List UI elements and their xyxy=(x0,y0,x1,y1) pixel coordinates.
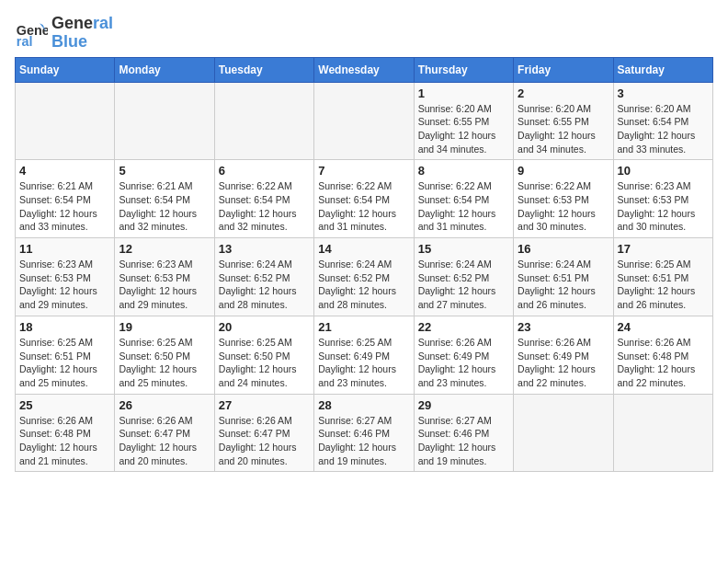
calendar-cell: 10Sunrise: 6:23 AM Sunset: 6:53 PM Dayli… xyxy=(613,160,712,238)
day-info: Sunrise: 6:20 AM Sunset: 6:55 PM Dayligh… xyxy=(418,102,509,156)
day-info: Sunrise: 6:20 AM Sunset: 6:54 PM Dayligh… xyxy=(618,102,709,156)
day-info: Sunrise: 6:26 AM Sunset: 6:48 PM Dayligh… xyxy=(618,336,709,390)
calendar-cell: 16Sunrise: 6:24 AM Sunset: 6:51 PM Dayli… xyxy=(514,238,613,316)
page-header: Gene ral General Blue xyxy=(15,15,713,52)
day-number: 6 xyxy=(219,164,310,178)
day-info: Sunrise: 6:25 AM Sunset: 6:51 PM Dayligh… xyxy=(618,258,709,312)
calendar-cell xyxy=(16,82,115,160)
calendar-cell: 26Sunrise: 6:26 AM Sunset: 6:47 PM Dayli… xyxy=(115,394,214,472)
calendar-cell: 13Sunrise: 6:24 AM Sunset: 6:52 PM Dayli… xyxy=(214,238,313,316)
day-info: Sunrise: 6:27 AM Sunset: 6:46 PM Dayligh… xyxy=(318,414,409,468)
calendar-cell xyxy=(314,82,414,160)
day-info: Sunrise: 6:24 AM Sunset: 6:51 PM Dayligh… xyxy=(518,258,609,312)
day-info: Sunrise: 6:24 AM Sunset: 6:52 PM Dayligh… xyxy=(219,258,310,312)
day-info: Sunrise: 6:22 AM Sunset: 6:53 PM Dayligh… xyxy=(518,179,609,234)
calendar-cell: 2Sunrise: 6:20 AM Sunset: 6:55 PM Daylig… xyxy=(514,82,613,160)
day-number: 21 xyxy=(318,320,409,334)
calendar-cell: 20Sunrise: 6:25 AM Sunset: 6:50 PM Dayli… xyxy=(214,316,313,394)
days-of-week-row: SundayMondayTuesdayWednesdayThursdayFrid… xyxy=(16,57,713,82)
day-number: 24 xyxy=(618,320,709,334)
calendar-cell: 7Sunrise: 6:22 AM Sunset: 6:54 PM Daylig… xyxy=(314,160,414,238)
day-info: Sunrise: 6:21 AM Sunset: 6:54 PM Dayligh… xyxy=(19,179,110,234)
calendar-cell xyxy=(115,82,214,160)
calendar-cell xyxy=(514,394,613,472)
day-number: 12 xyxy=(119,242,210,256)
day-number: 5 xyxy=(119,164,210,178)
day-number: 17 xyxy=(618,242,709,256)
day-info: Sunrise: 6:25 AM Sunset: 6:49 PM Dayligh… xyxy=(318,336,409,390)
calendar-cell: 28Sunrise: 6:27 AM Sunset: 6:46 PM Dayli… xyxy=(314,394,414,472)
day-info: Sunrise: 6:25 AM Sunset: 6:50 PM Dayligh… xyxy=(119,336,210,390)
logo: Gene ral General Blue xyxy=(15,15,113,52)
day-info: Sunrise: 6:25 AM Sunset: 6:50 PM Dayligh… xyxy=(219,336,310,390)
day-info: Sunrise: 6:25 AM Sunset: 6:51 PM Dayligh… xyxy=(19,336,110,390)
day-of-week-header: Friday xyxy=(514,57,613,82)
day-number: 29 xyxy=(418,398,509,412)
day-number: 23 xyxy=(518,320,609,334)
day-of-week-header: Thursday xyxy=(414,57,513,82)
calendar-cell: 15Sunrise: 6:24 AM Sunset: 6:52 PM Dayli… xyxy=(414,238,513,316)
day-number: 27 xyxy=(219,398,310,412)
day-info: Sunrise: 6:26 AM Sunset: 6:49 PM Dayligh… xyxy=(518,336,609,390)
day-info: Sunrise: 6:23 AM Sunset: 6:53 PM Dayligh… xyxy=(19,258,110,312)
calendar-cell: 25Sunrise: 6:26 AM Sunset: 6:48 PM Dayli… xyxy=(16,394,115,472)
day-info: Sunrise: 6:21 AM Sunset: 6:54 PM Dayligh… xyxy=(119,179,210,234)
calendar-cell: 29Sunrise: 6:27 AM Sunset: 6:46 PM Dayli… xyxy=(414,394,513,472)
day-number: 8 xyxy=(418,164,509,178)
day-number: 14 xyxy=(318,242,409,256)
calendar-cell: 5Sunrise: 6:21 AM Sunset: 6:54 PM Daylig… xyxy=(115,160,214,238)
day-info: Sunrise: 6:26 AM Sunset: 6:49 PM Dayligh… xyxy=(418,336,509,390)
calendar-cell: 6Sunrise: 6:22 AM Sunset: 6:54 PM Daylig… xyxy=(214,160,313,238)
calendar-cell: 18Sunrise: 6:25 AM Sunset: 6:51 PM Dayli… xyxy=(16,316,115,394)
calendar-week-row: 18Sunrise: 6:25 AM Sunset: 6:51 PM Dayli… xyxy=(16,316,713,394)
logo-blue-text: ral xyxy=(93,14,113,32)
day-of-week-header: Saturday xyxy=(613,57,712,82)
day-info: Sunrise: 6:22 AM Sunset: 6:54 PM Dayligh… xyxy=(219,179,310,234)
day-number: 26 xyxy=(119,398,210,412)
day-number: 20 xyxy=(219,320,310,334)
day-number: 4 xyxy=(19,164,110,178)
day-info: Sunrise: 6:26 AM Sunset: 6:47 PM Dayligh… xyxy=(119,414,210,468)
calendar-cell: 11Sunrise: 6:23 AM Sunset: 6:53 PM Dayli… xyxy=(16,238,115,316)
day-info: Sunrise: 6:22 AM Sunset: 6:54 PM Dayligh… xyxy=(418,179,509,234)
day-info: Sunrise: 6:26 AM Sunset: 6:47 PM Dayligh… xyxy=(219,414,310,468)
day-number: 22 xyxy=(418,320,509,334)
day-of-week-header: Wednesday xyxy=(314,57,414,82)
day-info: Sunrise: 6:23 AM Sunset: 6:53 PM Dayligh… xyxy=(119,258,210,312)
svg-text:ral: ral xyxy=(17,34,33,49)
day-info: Sunrise: 6:24 AM Sunset: 6:52 PM Dayligh… xyxy=(418,258,509,312)
calendar-cell: 17Sunrise: 6:25 AM Sunset: 6:51 PM Dayli… xyxy=(613,238,712,316)
calendar-cell: 8Sunrise: 6:22 AM Sunset: 6:54 PM Daylig… xyxy=(414,160,513,238)
calendar-cell: 9Sunrise: 6:22 AM Sunset: 6:53 PM Daylig… xyxy=(514,160,613,238)
calendar-cell: 14Sunrise: 6:24 AM Sunset: 6:52 PM Dayli… xyxy=(314,238,414,316)
logo-text: General Blue xyxy=(51,15,113,52)
day-number: 19 xyxy=(119,320,210,334)
calendar-cell: 24Sunrise: 6:26 AM Sunset: 6:48 PM Dayli… xyxy=(613,316,712,394)
day-number: 16 xyxy=(518,242,609,256)
day-info: Sunrise: 6:20 AM Sunset: 6:55 PM Dayligh… xyxy=(518,102,609,156)
calendar-cell xyxy=(214,82,313,160)
calendar-week-row: 1Sunrise: 6:20 AM Sunset: 6:55 PM Daylig… xyxy=(16,82,713,160)
day-number: 10 xyxy=(618,164,709,178)
calendar-week-row: 11Sunrise: 6:23 AM Sunset: 6:53 PM Dayli… xyxy=(16,238,713,316)
day-number: 9 xyxy=(518,164,609,178)
logo-blue-word: Blue xyxy=(51,32,87,51)
day-number: 2 xyxy=(518,86,609,100)
calendar-cell xyxy=(613,394,712,472)
day-info: Sunrise: 6:24 AM Sunset: 6:52 PM Dayligh… xyxy=(318,258,409,312)
day-number: 3 xyxy=(618,86,709,100)
day-info: Sunrise: 6:26 AM Sunset: 6:48 PM Dayligh… xyxy=(19,414,110,468)
day-of-week-header: Tuesday xyxy=(214,57,313,82)
day-info: Sunrise: 6:22 AM Sunset: 6:54 PM Dayligh… xyxy=(318,179,409,234)
day-number: 28 xyxy=(318,398,409,412)
day-number: 13 xyxy=(219,242,310,256)
calendar-table: SundayMondayTuesdayWednesdayThursdayFrid… xyxy=(15,57,713,473)
calendar-cell: 27Sunrise: 6:26 AM Sunset: 6:47 PM Dayli… xyxy=(214,394,313,472)
day-of-week-header: Monday xyxy=(115,57,214,82)
day-info: Sunrise: 6:27 AM Sunset: 6:46 PM Dayligh… xyxy=(418,414,509,468)
calendar-cell: 21Sunrise: 6:25 AM Sunset: 6:49 PM Dayli… xyxy=(314,316,414,394)
day-number: 7 xyxy=(318,164,409,178)
calendar-cell: 23Sunrise: 6:26 AM Sunset: 6:49 PM Dayli… xyxy=(514,316,613,394)
day-number: 15 xyxy=(418,242,509,256)
calendar-cell: 12Sunrise: 6:23 AM Sunset: 6:53 PM Dayli… xyxy=(115,238,214,316)
